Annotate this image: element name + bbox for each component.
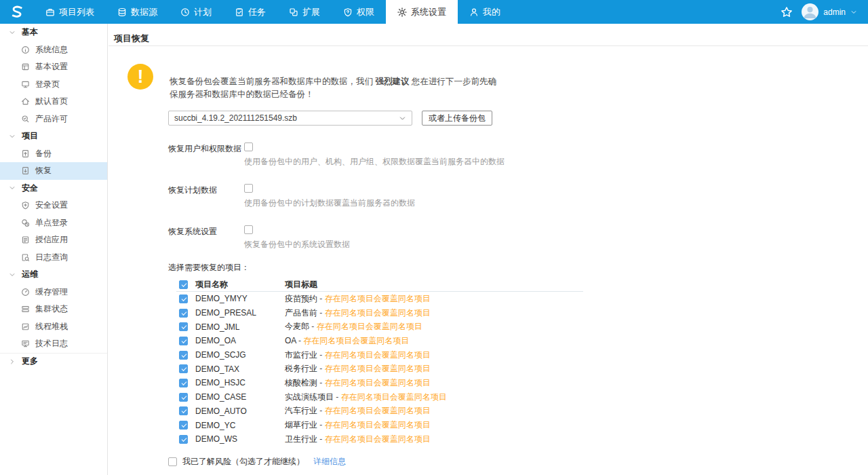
detail-info-link[interactable]: 详细信息 [313, 456, 346, 468]
project-name: DEMO_AUTO [195, 406, 285, 416]
account-menu[interactable]: admin [802, 3, 857, 20]
sidebar-item-backup[interactable]: 备份 [0, 145, 107, 163]
nav-extensions[interactable]: 扩展 [277, 0, 332, 24]
project-checkbox[interactable] [179, 351, 188, 360]
home-icon [21, 97, 30, 106]
info-circle-icon [21, 45, 30, 54]
sidebar-item-product-license[interactable]: 产品许可 [0, 111, 107, 128]
brand-logo[interactable] [0, 0, 34, 24]
sidebar-group-basic[interactable]: 基本 [0, 24, 107, 41]
project-title-cell: 市监行业 - 存在同名项目会覆盖同名项目 [285, 349, 583, 361]
option-label: 恢复系统设置 [168, 225, 244, 238]
cell-checkbox [176, 294, 195, 303]
separator: - [317, 350, 325, 360]
project-title: 市监行业 [285, 350, 317, 360]
shield-question-icon [343, 7, 353, 17]
sidebar-item-system-info[interactable]: 系统信息 [0, 41, 107, 59]
nav-schedule[interactable]: 计划 [169, 0, 223, 24]
sso-clock-icon [21, 218, 30, 227]
restore-schedule-checkbox[interactable] [244, 184, 253, 193]
overwrite-warning: 存在同名项目会覆盖同名项目 [325, 308, 431, 318]
restore-users-option: 恢复用户和权限数据 使用备份包中的用户、机构、用户组、权限数据覆盖当前服务器中的… [168, 142, 505, 168]
sidebar-item-tech-log[interactable]: 技术日志 [0, 335, 107, 353]
cell-checkbox [176, 406, 195, 415]
restore-system-settings-checkbox[interactable] [244, 225, 253, 234]
project-title: 税务行业 [285, 364, 317, 373]
sidebar-item-label: 线程堆栈 [35, 321, 68, 332]
restore-users-checkbox[interactable] [244, 142, 253, 151]
table-row: DEMO_CASE 实战演练项目 - 存在同名项目会覆盖同名项目 [176, 390, 583, 404]
sidebar-item-restore[interactable]: 恢复 [0, 162, 107, 180]
warning-text: 恢复备份包会覆盖当前服务器和数据库中的数据，我们 强烈建议 您在进行下一步前先确… [170, 75, 496, 101]
nav-project-list[interactable]: 项目列表 [34, 0, 106, 24]
project-checkbox[interactable] [179, 379, 188, 387]
project-checkbox[interactable] [179, 435, 188, 444]
sidebar-item-cluster-status[interactable]: 集群状态 [0, 301, 107, 318]
sidebar-group-ops[interactable]: 运维 [0, 266, 107, 284]
project-checkbox[interactable] [179, 421, 188, 430]
nav-permissions[interactable]: 权限 [332, 0, 386, 24]
sidebar-group-project[interactable]: 项目 [0, 128, 107, 145]
brand-s-icon [8, 3, 26, 21]
nav-tasks[interactable]: 任务 [223, 0, 277, 24]
project-checkbox[interactable] [179, 406, 188, 415]
cell-checkbox [176, 351, 195, 360]
sidebar-item-label: 集群状态 [35, 303, 68, 315]
shield-plus-icon [21, 201, 30, 210]
sidebar-group-label: 项目 [22, 130, 38, 142]
table-row: DEMO_AUTO 汽车行业 - 存在同名项目会覆盖同名项目 [176, 404, 583, 419]
sidebar-item-label: 单点登录 [35, 217, 68, 229]
sidebar-group-security[interactable]: 安全 [0, 180, 107, 197]
extension-icon [289, 7, 298, 17]
nav-system-settings[interactable]: 系统设置 [386, 0, 458, 24]
sidebar-group-more[interactable]: 更多 [0, 353, 107, 370]
project-checkbox[interactable] [179, 294, 188, 303]
sidebar-item-thread-stack[interactable]: 线程堆栈 [0, 318, 107, 336]
project-checkbox[interactable] [179, 322, 188, 331]
sidebar-item-sso[interactable]: 单点登录 [0, 214, 107, 232]
nav-label: 任务 [248, 6, 266, 18]
project-checkbox[interactable] [179, 337, 188, 345]
backup-package-select[interactable]: succbi_4.19.2_202111251549.szb [168, 111, 412, 126]
project-checkbox[interactable] [179, 364, 188, 373]
sidebar-item-trusted-apps[interactable]: 授信应用 [0, 231, 107, 249]
main-content: 项目恢复 ! 恢复备份包会覆盖当前服务器和数据库中的数据，我们 强烈建议 您在进… [108, 24, 868, 475]
backup-package-select-value: succbi_4.19.2_202111251549.szb [174, 113, 297, 123]
project-table-header: 项目名称 项目标题 [176, 278, 583, 292]
overwrite-warning: 存在同名项目会覆盖同名项目 [325, 364, 431, 373]
star-icon[interactable] [781, 6, 793, 18]
upload-backup-button[interactable]: 或者上传备份包 [422, 111, 492, 126]
nav-my[interactable]: 我的 [458, 0, 512, 24]
clock-icon [180, 7, 190, 17]
table-row: DEMO_WS 卫生行业 - 存在同名项目会覆盖同名项目 [176, 432, 583, 444]
cell-checkbox [176, 322, 195, 331]
project-name: DEMO_JML [195, 322, 285, 332]
project-checkbox[interactable] [179, 393, 188, 402]
project-title-cell: 汽车行业 - 存在同名项目会覆盖同名项目 [285, 405, 583, 417]
separator: - [296, 336, 304, 345]
project-title-cell: 产品售前 - 存在同名项目会覆盖同名项目 [285, 307, 583, 319]
cell-checkbox [176, 435, 195, 444]
risk-acknowledge-checkbox[interactable] [168, 457, 177, 466]
project-title-cell: 卫生行业 - 存在同名项目会覆盖同名项目 [285, 434, 583, 444]
chevron-down-icon [9, 133, 16, 140]
risk-acknowledge-row: 我已了解风险（勾选了才能继续） 详细信息 [168, 456, 346, 468]
sidebar-item-cache-management[interactable]: 缓存管理 [0, 284, 107, 301]
separator: - [317, 308, 325, 318]
project-title: 产品售前 [285, 308, 317, 318]
project-checkbox[interactable] [179, 309, 188, 318]
sidebar-item-log-query[interactable]: 日志查询 [0, 249, 107, 267]
project-name: DEMO_HSJC [195, 378, 285, 387]
project-name: DEMO_SCJG [195, 350, 285, 360]
select-all-checkbox[interactable] [179, 280, 188, 289]
sidebar-item-label: 默认首页 [35, 96, 68, 107]
project-table-scroll[interactable]: DEMO_YMYY 疫苗预约 - 存在同名项目会覆盖同名项目 DEMO_PRES… [176, 292, 583, 444]
sidebar-item-basic-settings[interactable]: 基本设置 [0, 58, 107, 76]
nav-datasource[interactable]: 数据源 [106, 0, 169, 24]
project-title: 核酸检测 [285, 378, 317, 387]
sidebar-item-login-page[interactable]: 登录页 [0, 76, 107, 94]
sidebar-item-default-home[interactable]: 默认首页 [0, 93, 107, 111]
separator: - [317, 294, 325, 303]
cell-checkbox [176, 364, 195, 373]
sidebar-item-security-settings[interactable]: 安全设置 [0, 197, 107, 214]
